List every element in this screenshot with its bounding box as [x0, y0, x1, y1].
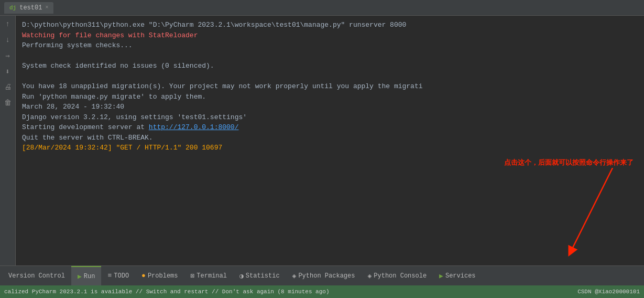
- console-icon: ◈: [367, 272, 372, 280]
- status-bar: calized PyCharm 2023.2.1 is available //…: [0, 285, 644, 298]
- tab-terminal[interactable]: ⊠ Terminal: [184, 266, 233, 285]
- tab-test01[interactable]: dj test01 ×: [4, 2, 53, 14]
- annotation-arrow: [560, 168, 623, 262]
- print-icon[interactable]: 🖨: [2, 82, 14, 92]
- tab-python-packages[interactable]: ◈ Python Packages: [286, 266, 362, 285]
- server-link[interactable]: http://127.0.0.1:8000/: [149, 123, 239, 131]
- tab-services[interactable]: ▶ Services: [433, 266, 482, 285]
- run-icon: ▶: [78, 272, 82, 281]
- status-left-text: calized PyCharm 2023.2.1 is available //…: [4, 289, 567, 295]
- packages-icon: ◈: [292, 272, 297, 280]
- terminal-line-7: March 28, 2024 - 19:32:40: [22, 102, 638, 112]
- sidebar: ↑ ↓ ⇒ ⬇ 🖨 🗑: [0, 16, 16, 265]
- tab-python-console[interactable]: ◈ Python Console: [361, 266, 433, 285]
- redirect-icon[interactable]: ⇒: [2, 50, 14, 61]
- main-area: ↑ ↓ ⇒ ⬇ 🖨 🗑 D:\python\python311\python.e…: [0, 16, 644, 265]
- todo-icon: ≡: [107, 272, 112, 280]
- terminal-line-6: Run 'python manage.py migrate' to apply …: [22, 92, 638, 102]
- annotation-text: 点击这个，后面就可以按照命令行操作来了: [504, 157, 634, 168]
- terminal-line-11: [28/Mar/2024 19:32:42] "GET / HTTP/1.1" …: [22, 143, 638, 153]
- terminal-line-9: Starting development server at http://12…: [22, 122, 638, 133]
- services-label: Services: [445, 272, 476, 280]
- terminal-line-blank1: [22, 51, 638, 61]
- django-icon: dj: [9, 5, 16, 11]
- terminal-area[interactable]: D:\python\python311\python.exe "D:\PyCha…: [16, 16, 644, 265]
- scroll-up-icon[interactable]: ↑: [2, 19, 14, 29]
- terminal-line-4: System check identified no issues (0 sil…: [22, 61, 638, 71]
- scroll-down-icon[interactable]: ↓: [2, 35, 14, 45]
- terminal-line-1: D:\python\python311\python.exe "D:\PyCha…: [22, 20, 638, 30]
- packages-label: Python Packages: [298, 272, 355, 280]
- tab-run[interactable]: ▶ Run: [71, 266, 101, 285]
- download-icon[interactable]: ⬇: [2, 66, 14, 77]
- close-icon[interactable]: ×: [45, 5, 48, 10]
- terminal-line-5: You have 18 unapplied migration(s). Your…: [22, 81, 638, 92]
- terminal-line-10: Quit the server with CTRL-BREAK.: [22, 133, 638, 143]
- terminal-line-2: Watching for file changes with StatReloa…: [22, 30, 638, 41]
- statistic-icon: ◑: [239, 272, 244, 280]
- tab-todo[interactable]: ≡ TODO: [101, 266, 135, 285]
- statistic-label: Statistic: [246, 272, 280, 280]
- services-icon: ▶: [439, 272, 443, 280]
- terminal-icon: ⊠: [191, 272, 195, 280]
- title-bar: dj test01 ×: [0, 0, 644, 16]
- console-label: Python Console: [374, 272, 427, 280]
- version-control-label: Version Control: [8, 272, 65, 280]
- bottom-toolbar: Version Control ▶ Run ≡ TODO ● Problems …: [0, 265, 644, 285]
- todo-label: TODO: [114, 272, 129, 280]
- problems-label: Problems: [148, 272, 178, 280]
- terminal-label: Terminal: [197, 272, 227, 280]
- status-right-text: CSDN @Xiao20000101: [567, 289, 640, 295]
- tab-problems[interactable]: ● Problems: [135, 266, 184, 285]
- tab-statistic[interactable]: ◑ Statistic: [233, 266, 286, 285]
- terminal-line-3: Performing system checks...: [22, 40, 638, 51]
- terminal-line-blank2: [22, 71, 638, 82]
- problems-icon: ●: [141, 272, 146, 280]
- delete-icon[interactable]: 🗑: [2, 98, 14, 108]
- run-label: Run: [84, 273, 95, 280]
- tab-label: test01: [19, 4, 42, 12]
- terminal-line-8: Django version 3.2.12, using settings 't…: [22, 112, 638, 123]
- tab-version-control[interactable]: Version Control: [0, 266, 71, 285]
